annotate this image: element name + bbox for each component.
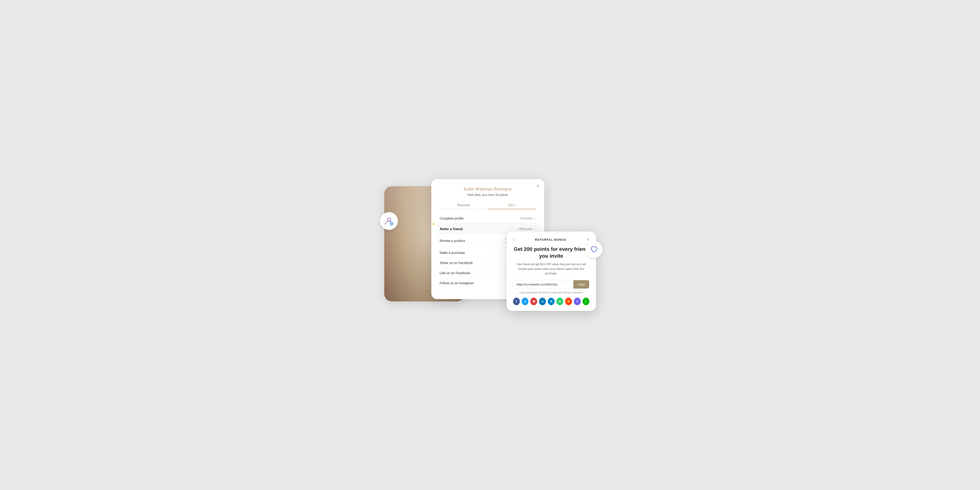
earn-item-label: Review a product xyxy=(440,239,465,243)
referral-panel: ‹ REFERRAL BONUS × Get 200 points for ev… xyxy=(507,232,596,311)
reddit-share-button[interactable]: R xyxy=(565,298,572,305)
linkedin-share-button[interactable]: in xyxy=(539,298,546,305)
earn-item-label: Like us on Facebook xyxy=(440,271,470,275)
twitter-share-button[interactable]: t xyxy=(522,298,528,305)
avatar-circle xyxy=(380,212,398,230)
referral-link-row: Copy xyxy=(513,280,589,289)
referral-close-button[interactable]: × xyxy=(587,237,589,242)
earn-points: +200 points xyxy=(518,228,532,231)
referral-heading: Get 200 points for every friend you invi… xyxy=(513,246,589,259)
social-icons: f t ✉ in ✈ W R V L xyxy=(513,298,589,305)
earn-item-label: Share us on Facebook xyxy=(440,261,473,265)
referral-link-input[interactable] xyxy=(514,280,574,288)
earn-item-complete-profile[interactable]: Complete profile +50 points › xyxy=(440,213,536,224)
earn-points: +50 points xyxy=(520,217,533,220)
viber-share-button[interactable]: V xyxy=(574,298,581,305)
heart-sparkle-icon xyxy=(589,245,599,254)
earn-item-label: Follow us on Instagram xyxy=(440,281,474,285)
referral-description: Your friend will get $10 OFF when they j… xyxy=(513,262,589,276)
earn-item-right: +200 points › xyxy=(518,227,535,231)
referral-hint: Copy and paste this link to share with f… xyxy=(513,291,589,294)
modal-tabs: Rewards Earn xyxy=(440,201,536,209)
telegram-share-button[interactable]: ✈ xyxy=(548,298,555,305)
earn-item-label: Refer a friend xyxy=(440,227,463,231)
modal-close-button[interactable]: × xyxy=(537,183,539,188)
modal-title: Katie Waltman Boutique xyxy=(440,187,536,192)
referral-back-button[interactable]: ‹ xyxy=(513,237,515,242)
facebook-share-button[interactable]: f xyxy=(513,298,520,305)
modal-subtitle: Hello Bee, you have 50 points xyxy=(440,193,536,197)
referral-panel-title: REFERRAL BONUS xyxy=(535,238,566,242)
tab-earn[interactable]: Earn xyxy=(488,201,536,209)
line-share-button[interactable]: L xyxy=(582,298,589,305)
tab-rewards[interactable]: Rewards xyxy=(440,201,488,209)
earn-item-label: Complete profile xyxy=(440,216,464,220)
email-share-button[interactable]: ✉ xyxy=(530,298,537,305)
chevron-right-icon: › xyxy=(535,216,536,220)
chevron-right-icon: › xyxy=(535,227,536,231)
copy-button[interactable]: Copy xyxy=(573,280,589,288)
whatsapp-share-button[interactable]: W xyxy=(557,298,563,305)
scene: × Katie Waltman Boutique Hello Bee, you … xyxy=(384,179,596,311)
sparkle-icon-1: ✦ xyxy=(432,222,435,226)
referral-header: ‹ REFERRAL BONUS × xyxy=(513,237,589,242)
earn-item-right: +50 points › xyxy=(520,216,536,220)
referral-icon-circle xyxy=(585,241,603,258)
earn-item-label: Make a purchase xyxy=(440,251,465,255)
avatar-icon xyxy=(383,216,395,226)
svg-point-0 xyxy=(387,218,391,221)
